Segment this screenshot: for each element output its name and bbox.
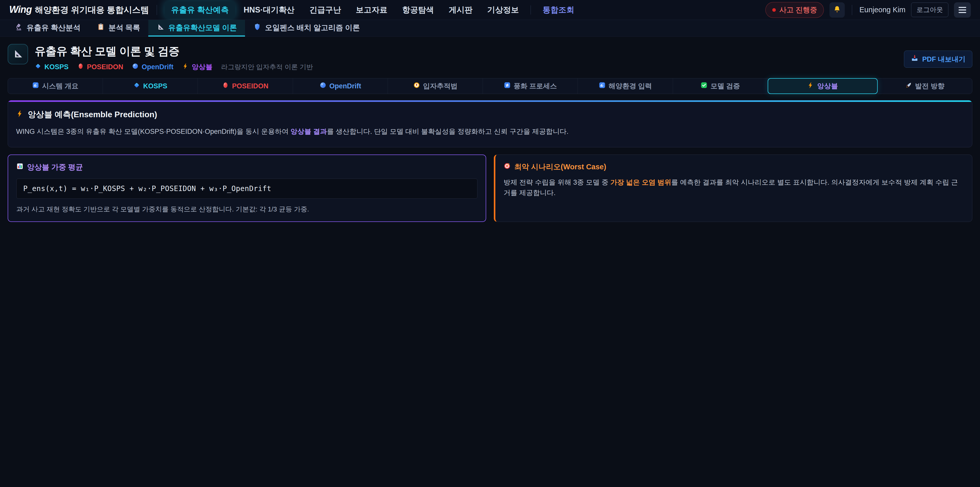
ensemble-formula: P_ens(x,t) = w₁·P_KOSPS + w₂·P_POSEIDON … <box>16 179 477 199</box>
hamburger-icon-bar <box>959 12 966 13</box>
nav-item-emergency-rescue[interactable]: 긴급구난 <box>303 1 348 19</box>
ensemble-cards-row: 앙상블 가중 평균 P_ens(x,t) = w₁·P_KOSPS + w₂·P… <box>8 155 972 222</box>
subtab-oilfence-algorithm[interactable]: 오일펜스 배치 알고리즘 이론 <box>245 20 368 37</box>
subtab-label: 오일펜스 배치 알고리즘 이론 <box>265 23 360 33</box>
divider <box>852 5 852 15</box>
subtab-label: 분석 목록 <box>108 23 140 33</box>
blue-circle-icon <box>132 63 138 71</box>
tab-label: 풍화 프로세스 <box>514 81 557 91</box>
badge-ensemble: 앙상블 <box>182 62 213 72</box>
tab-weathering-process[interactable]: 풍화 프로세스 <box>483 78 578 94</box>
nav-item-oil-spill-prediction[interactable]: 유출유 확산예측 <box>165 1 235 19</box>
ensemble-banner: 앙상블 예측(Ensemble Prediction) WING 시스템은 3종… <box>8 100 972 147</box>
badge-label: KOSPS <box>45 63 68 71</box>
app-screen: Wing 해양환경 위기대응 통합시스템 유출유 확산예측 HNS·대기확산 긴… <box>0 0 980 487</box>
tab-opendrift[interactable]: OpenDrift <box>293 78 388 94</box>
inbox-icon <box>911 54 918 64</box>
nav-item-hns-dispersion[interactable]: HNS·대기확산 <box>237 1 301 19</box>
page-title: 유출유 확산 모델 이론 및 검증 <box>35 44 313 59</box>
logo-wing-mark: Wing <box>9 4 32 15</box>
lightning-icon <box>16 110 24 120</box>
tab-label: POSEIDON <box>232 82 269 90</box>
top-bar: Wing 해양환경 위기대응 통합시스템 유출유 확산예측 HNS·대기확산 긴… <box>0 0 980 20</box>
rocket-icon <box>905 82 912 90</box>
wave-icon <box>32 82 39 90</box>
check-icon <box>700 82 708 90</box>
badge-label: POSEIDON <box>87 63 124 71</box>
app-title: 해양환경 위기대응 통합시스템 <box>35 4 149 16</box>
tab-kosps[interactable]: KOSPS <box>103 78 198 94</box>
tab-label: OpenDrift <box>329 82 361 90</box>
nav-item-board[interactable]: 게시판 <box>442 1 479 19</box>
repeat-icon <box>504 82 511 90</box>
nav-item-aerial-search[interactable]: 항공탐색 <box>396 1 441 19</box>
worst-case-description: 방제 전략 수립을 위해 3종 모델 중 가장 넓은 오염 범위를 예측한 결과… <box>504 177 964 199</box>
subtab-model-theory[interactable]: 유출유확산모델 이론 <box>148 20 245 37</box>
clipboard-icon <box>97 23 105 33</box>
tab-future-direction[interactable]: 발전 방향 <box>877 78 972 94</box>
diamond-icon <box>133 82 140 90</box>
worst-case-title-text: 최악 시나리오(Worst Case) <box>514 162 606 172</box>
section-tab-strip: 시스템 개요 KOSPS POSEIDON OpenDrift 입자추적법 풍화… <box>8 78 972 94</box>
hamburger-icon-bar <box>959 10 966 10</box>
weighted-title-text: 앙상블 가중 평균 <box>27 162 83 172</box>
tab-system-overview[interactable]: 시스템 개요 <box>8 78 103 94</box>
tab-poseidon[interactable]: POSEIDON <box>198 78 293 94</box>
tab-label: 해양환경 입력 <box>609 81 652 91</box>
top-bar-right: 사고 진행중 Eunjeong Kim 로그아웃 <box>765 2 971 18</box>
notifications-button[interactable] <box>829 2 845 18</box>
ensemble-banner-body: 앙상블 예측(Ensemble Prediction) WING 시스템은 3종… <box>8 102 972 147</box>
hamburger-menu-button[interactable] <box>954 2 971 18</box>
subtab-label: 유출유 확산분석 <box>27 23 80 33</box>
subtab-analysis-list[interactable]: 분석 목록 <box>89 20 148 37</box>
red-oval-icon <box>222 82 229 90</box>
pdf-export-label: PDF 내보내기 <box>922 55 966 64</box>
ensemble-text-highlight: 앙상블 결과 <box>291 128 327 135</box>
logout-button[interactable]: 로그아웃 <box>911 3 948 17</box>
worst-case-text-prefix: 방제 전략 수립을 위해 3종 모델 중 <box>504 179 611 186</box>
red-oval-icon <box>77 63 84 71</box>
incident-status-label: 사고 진행중 <box>780 5 817 15</box>
ensemble-title-text: 앙상블 예측(Ensemble Prediction) <box>28 109 157 120</box>
tab-model-validation[interactable]: 모델 검증 <box>673 78 768 94</box>
bell-icon <box>833 5 842 15</box>
worst-case-card: 최악 시나리오(Worst Case) 방제 전략 수립을 위해 3종 모델 중… <box>494 155 972 222</box>
wave-icon <box>599 82 606 90</box>
tab-label: 발전 방향 <box>915 81 945 91</box>
hamburger-icon <box>959 7 966 8</box>
triangle-ruler-icon <box>12 48 24 60</box>
tab-label: KOSPS <box>143 82 167 90</box>
shield-icon <box>253 23 261 33</box>
badge-poseidon: POSEIDON <box>77 63 124 71</box>
ensemble-text-prefix: WING 시스템은 3종의 유출유 확산 모델(KOSPS·POSEIDON·O… <box>16 128 291 135</box>
ensemble-description: WING 시스템은 3종의 유출유 확산 모델(KOSPS·POSEIDON·O… <box>16 126 964 137</box>
nav-item-reports[interactable]: 보고자료 <box>349 1 394 19</box>
nav-item-integrated-search[interactable]: 통합조회 <box>536 1 581 19</box>
lightning-icon <box>807 82 814 90</box>
tab-ensemble[interactable]: 앙상블 <box>768 78 878 94</box>
ensemble-text-suffix: 를 생산합니다. 단일 모델 대비 불확실성을 정량화하고 신뢰 구간을 제공합… <box>327 128 569 135</box>
lightning-icon <box>182 63 189 71</box>
page-icon-badge <box>8 44 28 64</box>
subtab-label: 유출유확산모델 이론 <box>168 23 237 33</box>
main-nav: 유출유 확산예측 HNS·대기확산 긴급구난 보고자료 항공탐색 게시판 기상정… <box>165 1 581 19</box>
nav-item-weather[interactable]: 기상정보 <box>480 1 525 19</box>
model-badge-row: KOSPS POSEIDON OpenDrift 앙상블 라그랑지안 입자추 <box>35 62 313 72</box>
tab-label: 시스템 개요 <box>42 81 79 91</box>
worst-case-text-highlight: 가장 넓은 오염 범위 <box>611 179 671 186</box>
page-subtitle: 라그랑지안 입자추적 이론 기반 <box>221 62 313 72</box>
worst-case-title: 최악 시나리오(Worst Case) <box>504 162 964 172</box>
page-header-text: 유출유 확산 모델 이론 및 검증 KOSPS POSEIDON OpenDri… <box>35 44 313 72</box>
badge-label: OpenDrift <box>142 63 173 71</box>
tab-ocean-env-input[interactable]: 해양환경 입력 <box>578 78 673 94</box>
sub-nav: 유출유 확산분석 분석 목록 유출유확산모델 이론 오일펜스 배치 알고리즘 이… <box>0 20 980 37</box>
pdf-export-button[interactable]: PDF 내보내기 <box>904 51 972 68</box>
tab-label: 모델 검증 <box>711 81 740 91</box>
triangle-ruler-icon <box>156 23 165 33</box>
user-name: Eunjeong Kim <box>859 6 905 14</box>
page-content: 유출유 확산 모델 이론 및 검증 KOSPS POSEIDON OpenDri… <box>0 44 980 222</box>
subtab-spill-analysis[interactable]: 유출유 확산분석 <box>6 20 89 37</box>
tab-particle-tracking[interactable]: 입자추적법 <box>388 78 483 94</box>
page-header: 유출유 확산 모델 이론 및 검증 KOSPS POSEIDON OpenDri… <box>8 44 972 72</box>
bar-chart-icon <box>16 163 24 172</box>
